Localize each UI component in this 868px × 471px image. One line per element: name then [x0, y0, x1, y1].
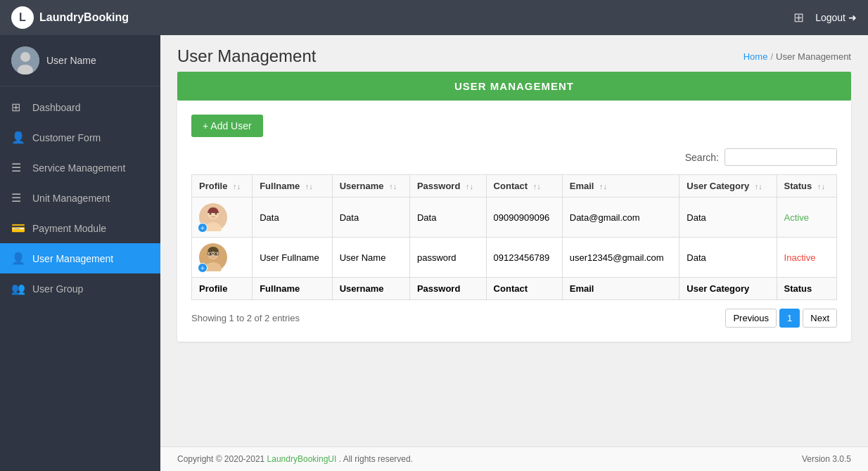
- footer: Copyright © 2020-2021 LaundryBookingUI .…: [160, 446, 868, 471]
- sidebar-item-user-group[interactable]: 👥 User Group: [0, 273, 160, 304]
- col-fullname[interactable]: Fullname ↑↓: [253, 175, 333, 198]
- col-username[interactable]: Username ↑↓: [332, 175, 409, 198]
- content-area: User Management Home / User Management U…: [160, 35, 868, 471]
- sidebar-item-unit-management[interactable]: ☰ Unit Management: [0, 183, 160, 213]
- page-header: User Management Home / User Management: [160, 35, 868, 72]
- cell-fullname-1: Data: [253, 198, 333, 238]
- sidebar-item-user-management[interactable]: 👤 User Management: [0, 243, 160, 273]
- brand-name: LaundryBooking: [39, 11, 129, 24]
- footer-rights: . All rights reserved.: [339, 454, 413, 464]
- footer-copyright: Copyright © 2020-2021 LaundryBookingUI .…: [177, 454, 413, 464]
- footer-version: Version 3.0.5: [802, 454, 851, 464]
- data-table: Profile ↑↓ Fullname ↑↓ Username ↑↓: [191, 174, 837, 300]
- cell-profile-2: +: [192, 238, 253, 278]
- sidebar-item-label: Dashboard: [32, 102, 81, 113]
- col-user-category[interactable]: User Category ↑↓: [679, 175, 777, 198]
- sort-arrows-status: ↑↓: [817, 182, 825, 191]
- version-number: 3.0.5: [832, 454, 851, 464]
- table-row: + User Fullname User Name password 09123…: [192, 238, 837, 278]
- cell-status-2: Inactive: [777, 238, 836, 278]
- footer-col-profile: Profile: [192, 278, 253, 300]
- footer-brand-link[interactable]: LaundryBookingUI: [267, 454, 337, 464]
- group-icon: 👥: [11, 282, 25, 295]
- avatar: [11, 46, 39, 75]
- version-label: Version: [802, 454, 830, 464]
- svg-point-1: [20, 52, 30, 62]
- unit-icon: ☰: [11, 191, 25, 205]
- breadcrumb-separator: /: [770, 51, 773, 62]
- sidebar-item-label: User Management: [32, 253, 113, 264]
- sidebar-item-label: Payment Module: [32, 223, 106, 234]
- sidebar-item-label: Customer Form: [32, 132, 101, 143]
- dashboard-icon: ⊞: [11, 101, 25, 114]
- sort-arrows-category: ↑↓: [755, 182, 762, 191]
- cell-fullname-2: User Fullname: [253, 238, 333, 278]
- profile-avatar-2: +: [199, 243, 227, 271]
- content-scroll: USER MANAGEMENT + Add User Search:: [160, 72, 868, 446]
- cell-profile-1: +: [192, 198, 253, 238]
- sort-arrows-email: ↑↓: [599, 182, 607, 191]
- prev-button[interactable]: Previous: [725, 309, 777, 328]
- add-user-button[interactable]: + Add User: [191, 115, 263, 137]
- sidebar: User Name ⊞ Dashboard 👤 Customer Form ☰ …: [0, 35, 160, 471]
- cell-contact-2: 09123456789: [486, 238, 562, 278]
- sidebar-item-customer-form[interactable]: 👤 Customer Form: [0, 122, 160, 153]
- navbar: L LaundryBooking ⊞ Logout ➜: [0, 0, 868, 35]
- sidebar-nav: ⊞ Dashboard 👤 Customer Form ☰ Service Ma…: [0, 86, 160, 471]
- sidebar-item-payment-module[interactable]: 💳 Payment Module: [0, 213, 160, 243]
- sort-arrows-username: ↑↓: [389, 182, 397, 191]
- search-label: Search:: [685, 152, 719, 163]
- cell-username-1: Data: [332, 198, 409, 238]
- col-email[interactable]: Email ↑↓: [562, 175, 679, 198]
- svg-point-6: [210, 213, 212, 215]
- table-header-row: Profile ↑↓ Fullname ↑↓ Username ↑↓: [192, 175, 837, 198]
- footer-col-status: Status: [777, 278, 836, 300]
- sort-arrows-profile: ↑↓: [233, 182, 241, 191]
- showing-text: Showing 1 to 2 of 2 entries: [191, 313, 300, 323]
- grid-icon[interactable]: ⊞: [793, 10, 804, 25]
- search-input[interactable]: [725, 148, 837, 166]
- main-card: + Add User Search: Profile ↑↓: [177, 101, 851, 342]
- cell-username-2: User Name: [332, 238, 409, 278]
- profile-cell-2: +: [199, 243, 245, 271]
- breadcrumb-home[interactable]: Home: [743, 51, 768, 62]
- payment-icon: 💳: [11, 221, 25, 235]
- col-status[interactable]: Status ↑↓: [777, 175, 836, 198]
- table-header: Profile ↑↓ Fullname ↑↓ Username ↑↓: [192, 175, 837, 198]
- status-badge-2: Inactive: [784, 252, 816, 263]
- next-button[interactable]: Next: [803, 309, 837, 328]
- col-profile[interactable]: Profile ↑↓: [192, 175, 253, 198]
- status-badge-1: Active: [784, 212, 809, 223]
- profile-avatar-1: +: [199, 203, 227, 231]
- sort-arrows-password: ↑↓: [466, 182, 473, 191]
- table-footer: Profile Fullname Username Password Conta…: [192, 278, 837, 300]
- page-title: User Management: [177, 46, 316, 66]
- brand: L LaundryBooking: [11, 6, 793, 29]
- sort-arrows-fullname: ↑↓: [305, 182, 313, 191]
- breadcrumb-current: User Management: [776, 51, 851, 62]
- cell-category-1: Data: [679, 198, 777, 238]
- page-1-button[interactable]: 1: [779, 309, 800, 328]
- footer-col-password: Password: [409, 278, 486, 300]
- list-icon: ☰: [11, 161, 25, 174]
- copyright-text: Copyright © 2020-2021: [177, 454, 267, 464]
- table-toolbar: Search:: [191, 148, 837, 166]
- avatar-add-icon-1[interactable]: +: [198, 223, 208, 233]
- col-password[interactable]: Password ↑↓: [409, 175, 486, 198]
- avatar-add-icon-2[interactable]: +: [198, 263, 208, 273]
- form-icon: 👤: [11, 131, 25, 144]
- cell-category-2: Data: [679, 238, 777, 278]
- logout-button[interactable]: Logout ➜: [815, 12, 857, 23]
- sidebar-item-service-management[interactable]: ☰ Service Management: [0, 153, 160, 183]
- cell-email-2: user12345@gmail.com: [562, 238, 679, 278]
- sidebar-item-label: Service Management: [32, 162, 125, 174]
- brand-logo: L: [11, 6, 34, 29]
- col-contact[interactable]: Contact ↑↓: [486, 175, 562, 198]
- sort-arrows-contact: ↑↓: [533, 182, 541, 191]
- footer-col-fullname: Fullname: [253, 278, 333, 300]
- table-body: + Data Data Data 09090909096 Data@gmail.…: [192, 198, 837, 278]
- sidebar-item-dashboard[interactable]: ⊞ Dashboard: [0, 92, 160, 122]
- navbar-right: ⊞ Logout ➜: [793, 10, 857, 25]
- cell-email-1: Data@gmail.com: [562, 198, 679, 238]
- sidebar-item-label: User Group: [32, 283, 83, 295]
